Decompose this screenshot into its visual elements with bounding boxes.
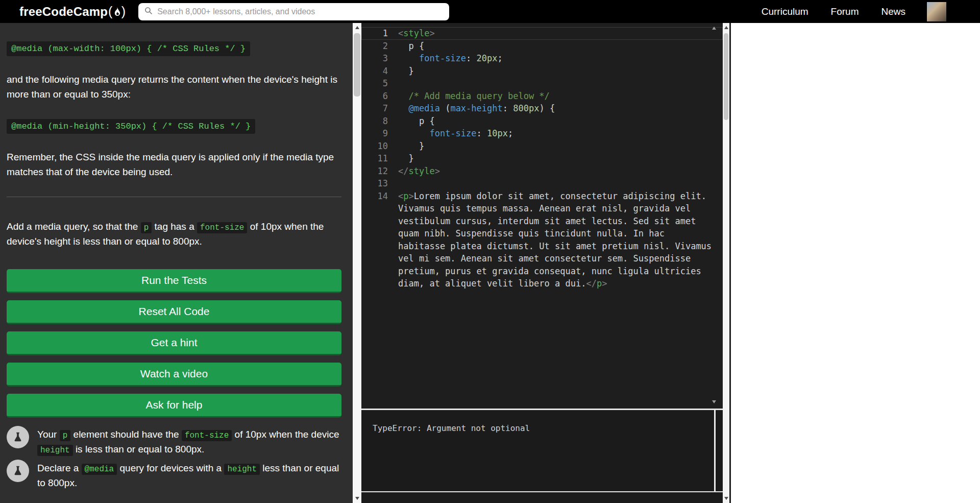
token: {: [414, 41, 424, 51]
line-number: 10: [361, 140, 388, 153]
token: }: [398, 66, 414, 76]
line-number: 4: [361, 65, 388, 78]
code-editor[interactable]: 1<style>2 p {3 font-size: 20px;4 }5 6 /*…: [361, 23, 723, 409]
inline-code: font-size: [197, 222, 247, 233]
scrollbar-thumb[interactable]: [724, 33, 728, 120]
console-panel: TypeError: Argument not optional: [361, 409, 723, 492]
flame-icon: [113, 6, 121, 18]
flask-icon: [7, 460, 29, 482]
logo-text: freeCodeCamp: [19, 5, 108, 19]
line-code: }: [398, 152, 414, 165]
inline-code: font-size: [182, 430, 232, 441]
text-run: Add a media query, so that the: [7, 221, 141, 232]
token: >: [602, 278, 607, 289]
chevron-up-icon: [712, 27, 716, 30]
test-list: Your p element should have the font-size…: [7, 426, 341, 490]
reset-all-code-button[interactable]: Reset All Code: [7, 300, 341, 324]
chevron-down-icon: [724, 497, 728, 500]
token: {: [424, 116, 434, 126]
editor-line: 13: [361, 177, 723, 190]
line-number: 13: [361, 177, 388, 190]
divider: [7, 197, 341, 197]
search-bar[interactable]: [138, 3, 449, 20]
get-a-hint-button[interactable]: Get a hint: [7, 331, 341, 355]
line-code: @media (max-height: 800px) {: [398, 102, 555, 115]
instruction-paragraph: Remember, the CSS inside the media query…: [7, 150, 341, 179]
line-code: </style>: [398, 165, 440, 178]
token: font-size: [429, 128, 476, 138]
chevron-down-icon: [712, 400, 716, 403]
action-buttons: Run the TestsReset All CodeGet a hintWat…: [7, 269, 341, 418]
editor-line: 5: [361, 77, 723, 90]
token: >: [409, 191, 414, 201]
instruction-paragraph: and the following media query returns th…: [7, 73, 341, 102]
token: (: [440, 103, 450, 113]
line-number: 12: [361, 165, 388, 178]
scroll-down-button[interactable]: [353, 494, 361, 502]
token: [398, 41, 408, 51]
line-number: 8: [361, 115, 388, 128]
line-number: 11: [361, 152, 388, 165]
console-scrollbar[interactable]: [714, 410, 716, 491]
token: Lorem ipsum dolor sit amet, consectetur …: [398, 191, 717, 289]
logo-paren-close: ): [121, 4, 126, 19]
text-run: query for devices with a: [117, 463, 224, 473]
line-number: 9: [361, 127, 388, 140]
nav-link-news[interactable]: News: [881, 6, 905, 17]
watch-a-video-button[interactable]: Watch a video: [7, 363, 341, 387]
text-run: and the following media query returns th…: [7, 74, 337, 100]
nav-link-curriculum[interactable]: Curriculum: [762, 6, 808, 17]
text-run: element should have the: [70, 429, 182, 440]
scroll-down-button[interactable]: [723, 494, 729, 502]
line-code: <p>Lorem ipsum dolor sit amet, consectet…: [398, 190, 715, 290]
line-code: [398, 77, 403, 90]
editor-scroll-down-button[interactable]: [710, 398, 718, 405]
nav-link-forum[interactable]: Forum: [831, 6, 859, 17]
editor-line: 3 font-size: 20px;: [361, 52, 723, 65]
instructions-scrollbar[interactable]: [353, 23, 361, 503]
code-example: @media (max-width: 100px) { /* CSS Rules…: [7, 41, 250, 56]
line-code: <style>: [398, 27, 435, 40]
token: [398, 128, 429, 138]
instruction-paragraph: Add a media query, so that the p tag has…: [7, 220, 341, 249]
editor-line: 12</style>: [361, 165, 723, 178]
code-example-wrap: @media (max-width: 100px) { /* CSS Rules…: [7, 41, 341, 56]
line-number: 6: [361, 90, 388, 103]
text-run: Declare a: [37, 463, 82, 473]
ask-for-help-button[interactable]: Ask for help: [7, 394, 341, 418]
avatar[interactable]: [927, 2, 946, 21]
line-number: 5: [361, 77, 388, 90]
token: :: [466, 53, 476, 63]
token: >: [435, 166, 440, 176]
test-text: Your p element should have the font-size…: [37, 426, 341, 457]
inline-code: @media: [82, 464, 117, 475]
run-the-tests-button[interactable]: Run the Tests: [7, 269, 341, 293]
editor-scroll-up-button[interactable]: [710, 25, 718, 32]
scrollbar-thumb[interactable]: [354, 33, 360, 97]
line-code: }: [398, 140, 424, 153]
token: ) {: [539, 103, 555, 113]
token: <: [586, 278, 591, 289]
chevron-down-icon: [355, 497, 359, 500]
token: font-size: [419, 53, 466, 63]
token: <: [398, 28, 403, 38]
bottom-strip: [361, 492, 723, 503]
search-input[interactable]: [157, 7, 443, 16]
token: p: [419, 116, 424, 126]
token: <: [398, 166, 403, 176]
flask-icon: [7, 426, 29, 448]
text-run: is less than or equal to 800px.: [73, 444, 205, 454]
token: p: [403, 191, 408, 201]
scroll-up-button[interactable]: [353, 23, 361, 32]
token: 20px: [477, 53, 498, 63]
token: [398, 103, 408, 113]
token: [398, 116, 419, 126]
editor-line: 8 p {: [361, 115, 723, 128]
editor-pane-scrollbar[interactable]: [723, 23, 729, 503]
freecodecamp-logo[interactable]: freeCodeCamp ( ): [19, 4, 126, 19]
token: 10px: [487, 128, 508, 138]
line-number: 7: [361, 102, 388, 115]
scroll-up-button[interactable]: [723, 23, 729, 32]
token: p: [408, 41, 413, 51]
instructions-panel: @media (max-width: 100px) { /* CSS Rules…: [0, 23, 353, 503]
